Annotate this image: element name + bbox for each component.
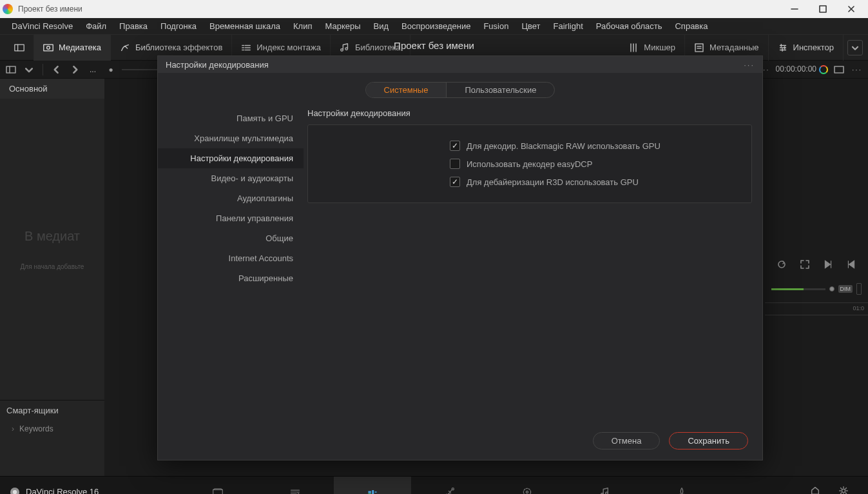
- fullscreen-button[interactable]: [800, 259, 810, 272]
- decode-options-box: Для декодир. Blackmagic RAW использовать…: [307, 124, 752, 203]
- side-audio-plugins[interactable]: Аудиоплагины: [158, 188, 304, 208]
- menu-file[interactable]: Файл: [79, 19, 113, 34]
- timecode: 00:00:00:00: [776, 64, 828, 74]
- maximize-button[interactable]: [809, 0, 837, 18]
- breadcrumb[interactable]: ...: [86, 65, 100, 74]
- loop-button[interactable]: [776, 259, 787, 272]
- fxlib-label: Библиотека эффектов: [135, 43, 222, 52]
- tab-user[interactable]: Пользовательские: [446, 83, 554, 97]
- menu-bar: DaVinci Resolve Файл Правка Подгонка Вре…: [0, 18, 868, 35]
- preferences-dialog: Настройки декодирования ··· Системные По…: [157, 55, 763, 460]
- volume-slider[interactable]: [771, 288, 825, 290]
- page-fusion[interactable]: [411, 477, 488, 495]
- page-fairlight[interactable]: [566, 477, 643, 495]
- svg-point-3: [47, 46, 50, 49]
- inspector-label: Инспектор: [793, 43, 834, 52]
- nav-back-button[interactable]: [50, 63, 64, 76]
- svg-rect-6: [834, 66, 844, 73]
- ruler-tick: 01:0: [853, 305, 864, 311]
- expand-button[interactable]: [847, 40, 863, 55]
- svg-point-12: [842, 489, 845, 492]
- menu-davinci[interactable]: DaVinci Resolve: [5, 19, 79, 34]
- svg-rect-2: [44, 44, 53, 51]
- page-buttons: [109, 477, 791, 495]
- timecode-ring-icon: [819, 65, 828, 74]
- settings-button[interactable]: [838, 486, 849, 494]
- inspector-button[interactable]: Инспектор: [769, 35, 844, 61]
- dim-button[interactable]: DIM: [838, 285, 853, 293]
- zoom-slider-dot[interactable]: ●: [104, 63, 118, 76]
- menu-clip[interactable]: Клип: [287, 19, 318, 34]
- side-control-panels[interactable]: Панели управления: [158, 208, 304, 228]
- tab-system[interactable]: Системные: [366, 83, 447, 97]
- audio-meter-icon: [856, 283, 862, 295]
- window-title: Проект без имени: [18, 5, 780, 14]
- label-braw-gpu: Для декодир. Blackmagic RAW использовать…: [467, 141, 661, 151]
- timeline-ruler[interactable]: 01:0: [765, 302, 868, 315]
- smart-bins-header[interactable]: Смарт-ящики: [0, 400, 104, 420]
- side-video-audio-io[interactable]: Видео- и аудиокарты: [158, 168, 304, 188]
- menu-color[interactable]: Цвет: [515, 19, 546, 34]
- close-button[interactable]: [837, 0, 865, 18]
- media-pool-panel: Основной В медиат Для начала добавьте См…: [0, 79, 104, 476]
- menu-help[interactable]: Справка: [668, 19, 714, 34]
- svg-point-11: [526, 491, 528, 493]
- svg-rect-5: [6, 66, 15, 73]
- menu-playback[interactable]: Воспроизведение: [395, 19, 477, 34]
- soundlib-label: Библиотека: [355, 43, 401, 52]
- dialog-more-button[interactable]: ···: [744, 60, 755, 70]
- home-button[interactable]: [810, 486, 820, 494]
- side-internet-accounts[interactable]: Internet Accounts: [158, 248, 304, 268]
- smart-bin-keywords[interactable]: Keywords: [0, 420, 104, 437]
- mediapool-label: Медиатека: [59, 43, 101, 52]
- viewer-mode-icon[interactable]: [832, 63, 846, 76]
- volume-handle[interactable]: [829, 286, 834, 291]
- menu-markers[interactable]: Маркеры: [318, 19, 367, 34]
- page-media[interactable]: [179, 477, 256, 495]
- bin-tab-master[interactable]: Основной: [0, 79, 104, 99]
- mediapool-button[interactable]: Медиатека: [34, 35, 111, 61]
- dialog-footer: Отмена Сохранить: [158, 422, 762, 460]
- menu-trim[interactable]: Подгонка: [154, 19, 203, 34]
- dialog-sidebar: Память и GPU Хранилище мультимедиа Настр…: [158, 104, 304, 422]
- checkbox-r3d-gpu[interactable]: [450, 177, 460, 187]
- window-titlebar: Проект без имени: [0, 0, 868, 18]
- viewer-controls: DIM 01:0: [765, 79, 868, 476]
- menu-fairlight[interactable]: Fairlight: [547, 19, 590, 34]
- side-media-storage[interactable]: Хранилище мультимедиа: [158, 128, 304, 148]
- menu-edit[interactable]: Правка: [113, 19, 154, 34]
- save-button[interactable]: Сохранить: [669, 432, 748, 450]
- menu-fusion[interactable]: Fusion: [477, 19, 515, 34]
- side-advanced[interactable]: Расширенные: [158, 268, 304, 288]
- checkbox-braw-gpu[interactable]: [450, 141, 460, 151]
- mixer-label: Микшер: [644, 43, 675, 52]
- nav-fwd-button[interactable]: [68, 63, 82, 76]
- page-deliver[interactable]: [643, 477, 720, 495]
- menu-timeline[interactable]: Временная шкала: [203, 19, 287, 34]
- svg-rect-4: [695, 44, 703, 52]
- dialog-title: Настройки декодирования: [166, 60, 269, 70]
- app-name-label: DaVinci Resolve 16: [26, 487, 99, 494]
- prev-button[interactable]: [846, 259, 856, 272]
- layout-toggle-button[interactable]: [5, 35, 34, 61]
- viewer-settings-icon[interactable]: ···: [850, 63, 864, 76]
- next-button[interactable]: [823, 259, 833, 272]
- menu-workspace[interactable]: Рабочая область: [590, 19, 669, 34]
- checkbox-easydcp[interactable]: [450, 159, 460, 169]
- svg-rect-7: [213, 489, 223, 494]
- page-color[interactable]: [488, 477, 566, 495]
- zoom-slider[interactable]: [122, 69, 160, 70]
- cancel-button[interactable]: Отмена: [593, 432, 661, 450]
- panel-layout-icon[interactable]: [4, 63, 18, 76]
- page-cut[interactable]: [256, 477, 334, 495]
- menu-view[interactable]: Вид: [367, 19, 396, 34]
- editindex-label: Индекс монтажа: [256, 43, 321, 52]
- volume-control: DIM: [765, 283, 868, 295]
- dialog-content: Настройки декодирования Для декодир. Bla…: [304, 104, 762, 422]
- page-edit[interactable]: [334, 477, 411, 495]
- minimize-button[interactable]: [780, 0, 809, 18]
- side-general[interactable]: Общие: [158, 228, 304, 248]
- side-memory-gpu[interactable]: Память и GPU: [158, 108, 304, 128]
- dropdown-icon[interactable]: [22, 63, 36, 76]
- side-decode-options[interactable]: Настройки декодирования: [158, 148, 304, 168]
